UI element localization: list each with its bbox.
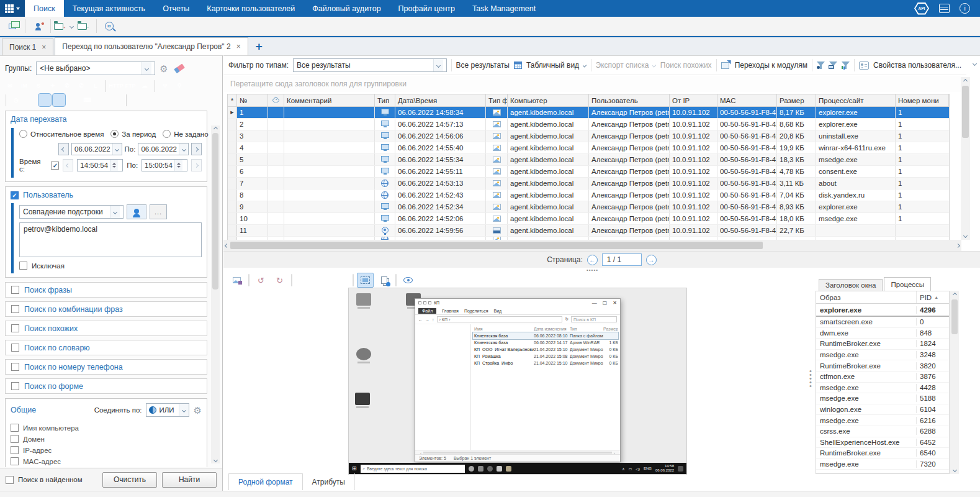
rotate-right-icon[interactable]: ↻ (271, 273, 288, 288)
monitor-capture-icon[interactable] (38, 94, 51, 106)
process-row[interactable]: msedge.exe 4428 (816, 383, 949, 394)
section-phrase-search[interactable]: Поиск фразы (5, 282, 207, 298)
column-pid[interactable]: PID▲ (917, 291, 949, 303)
next-time-button[interactable] (191, 159, 202, 171)
prev-date-button[interactable] (58, 143, 69, 155)
view-icon[interactable] (400, 273, 416, 288)
clipboard-files-icon[interactable] (110, 94, 122, 106)
radio-not-set[interactable] (163, 130, 171, 138)
column-marker[interactable]: * (228, 94, 237, 106)
section-checkbox[interactable] (11, 324, 19, 332)
section-phrase-combination-search[interactable]: Поиск по комбинации фраз (5, 301, 207, 317)
telegram-icon[interactable]: ✈ (47, 80, 59, 92)
skype-icon[interactable]: S (32, 80, 45, 92)
table-row[interactable]: 6 06.06.2022 14:55:11 agent.kibdemo.loca… (228, 166, 949, 178)
section-checkbox[interactable] (11, 286, 19, 294)
radio-relative-time[interactable] (19, 130, 27, 138)
fit-to-window-icon[interactable] (357, 273, 374, 288)
groups-select[interactable]: <Не выбрано> (36, 62, 155, 75)
join-mode-select[interactable]: ИЛИ (146, 403, 189, 417)
doc-tab-search-1[interactable]: Поиск 1 × (2, 39, 53, 55)
user-value-input[interactable]: petrov@kibdemo.local (19, 222, 202, 257)
zoom-in-icon[interactable] (295, 273, 312, 288)
section-checkbox[interactable] (11, 305, 19, 313)
process-row[interactable]: winlogon.exe 6104 (816, 404, 949, 416)
ribbon-tab-task-management[interactable]: Task Management (464, 0, 544, 17)
page-input[interactable]: 1 / 1 (602, 253, 642, 266)
process-row[interactable]: msedge.exe 7320 (816, 459, 949, 470)
find-button[interactable]: Найти (162, 472, 217, 488)
ribbon-tab-file-auditor[interactable]: Файловый аудитор (303, 0, 389, 17)
process-row[interactable]: msedge.exe 5188 (816, 393, 949, 404)
prev-page-button[interactable]: ← (587, 255, 598, 265)
column-monitor[interactable]: Номер мони (896, 94, 949, 106)
column-mac[interactable]: MAC (717, 94, 777, 106)
exclude-checkbox[interactable] (19, 262, 27, 270)
lync-icon[interactable]: L (89, 80, 102, 92)
search-by-id-button[interactable]: ID (100, 18, 119, 34)
camera-capture-icon[interactable] (53, 94, 65, 106)
filter-checkbox[interactable] (11, 424, 19, 432)
similar-search-button[interactable]: Поиск похожих (660, 61, 712, 70)
section-similar-search[interactable]: Поиск похожих (5, 321, 207, 336)
table-row[interactable]: 9 06.06.2022 14:52:34 agent.kibdemo.loca… (228, 201, 949, 213)
user-properties-button[interactable]: Свойства пользователя... (873, 61, 961, 70)
import-search-button[interactable]: ← (74, 18, 93, 34)
time-enabled-checkbox[interactable] (51, 162, 59, 170)
table-row[interactable]: 8 06.06.2022 14:52:43 agent.kibdemo.loca… (228, 189, 949, 201)
section-checkbox[interactable] (11, 344, 19, 352)
file-controller-icon[interactable] (96, 94, 108, 106)
table-row[interactable]: 3 06.06.2022 14:56:06 agent.kibdemo.loca… (228, 130, 949, 142)
pick-user-button[interactable] (127, 204, 146, 219)
group-by-hint[interactable]: Перетащите сюда заголовок поля для групп… (223, 76, 961, 92)
divider[interactable] (6, 94, 6, 106)
section-dictionary-search[interactable]: Поиск по словарю (5, 340, 207, 355)
column-image[interactable]: Образ (816, 291, 917, 303)
process-row[interactable]: dwm.exe 848 (816, 328, 949, 339)
collapse-toolbar-icon[interactable] (973, 62, 977, 66)
tab-attributes[interactable]: Атрибуты (303, 473, 355, 490)
process-row[interactable]: RuntimeBroker.exe 1824 (816, 339, 949, 350)
new-search-window-button[interactable] (3, 18, 22, 34)
user-activity-icon[interactable] (24, 94, 37, 106)
process-row[interactable]: ctfmon.exe 3876 (816, 372, 949, 383)
date-to-input[interactable]: 06.06.2022 (138, 143, 189, 155)
device-search-icon[interactable]: ⚲ (173, 80, 186, 92)
table-vertical-scrollbar[interactable] (961, 77, 970, 240)
microphone-icon[interactable] (67, 94, 79, 106)
column-filetype[interactable]: Тип фа (486, 94, 508, 106)
save-image-icon[interactable] (228, 273, 245, 288)
divider[interactable] (353, 274, 354, 286)
process-row[interactable]: RuntimeBroker.exe 6540 (816, 448, 949, 459)
eraser-icon[interactable] (174, 63, 185, 73)
column-process[interactable]: Процесс/сайт (816, 94, 896, 106)
tab-native-format[interactable]: Родной формат (228, 473, 303, 490)
process-row[interactable]: RuntimeBroker.exe 3820 (816, 360, 949, 372)
filter-by-computer-icon[interactable] (829, 62, 837, 69)
mail-icon[interactable]: ✉ (4, 80, 16, 92)
column-datetime[interactable]: Дата\Время (395, 94, 486, 106)
divider[interactable] (106, 80, 106, 92)
process-row[interactable]: ShellExperienceHost.exe 6452 (816, 437, 949, 449)
process-row[interactable]: explorer.exe 4296 (816, 304, 949, 317)
program-activity-icon[interactable]: ◷ (10, 94, 22, 106)
process-scrollbar[interactable] (950, 291, 959, 474)
process-row[interactable]: smartscreen.exe 0 (816, 317, 949, 328)
user-search-button[interactable] (29, 18, 47, 34)
table-row[interactable]: 10 06.06.2022 14:52:06 agent.kibdemo.loc… (228, 213, 949, 225)
divider[interactable] (126, 94, 127, 106)
table-row[interactable]: 1 06.06.2022 14:58:34 agent.kibdemo.loca… (228, 107, 949, 119)
zoom-menu-icon[interactable] (333, 273, 349, 288)
column-comment[interactable]: Комментарий (284, 94, 375, 106)
tab-window-title[interactable]: Заголовок окна (819, 279, 883, 291)
radio-period[interactable] (110, 130, 119, 138)
table-row[interactable]: 4 06.06.2022 14:55:40 agent.kibdemo.loca… (228, 142, 949, 154)
close-icon[interactable]: × (236, 42, 241, 51)
process-row[interactable]: csrss.exe 6288 (816, 426, 949, 437)
add-tab-button[interactable]: + (256, 40, 263, 53)
ribbon-tab-search[interactable]: Поиск (25, 0, 64, 17)
sidebar-scrollbar[interactable] (211, 125, 220, 463)
rotate-left-icon[interactable]: ↺ (253, 273, 269, 288)
checkbox-mac-address[interactable]: MAC-адрес (11, 457, 202, 465)
panel-drag-handle[interactable]: ••••• (809, 369, 812, 388)
